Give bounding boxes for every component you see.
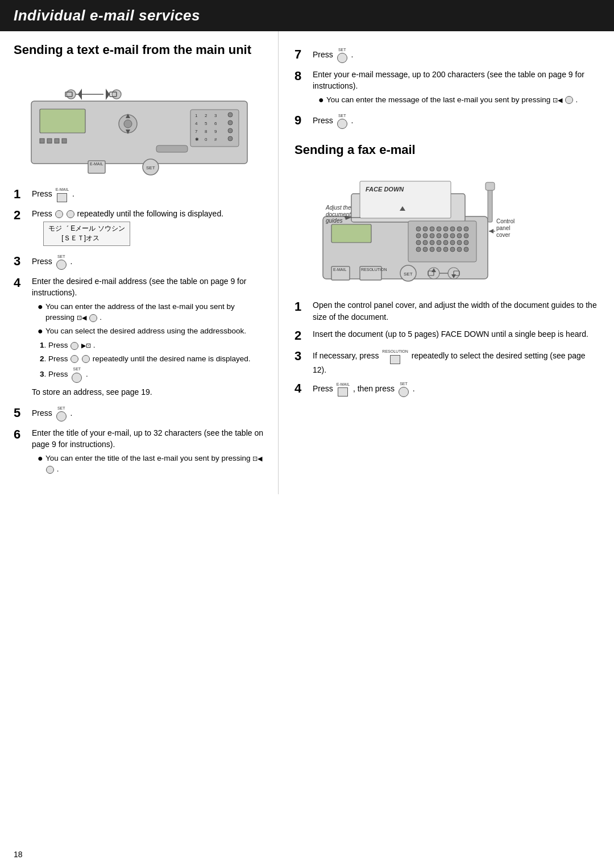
step-5: 5 Press SET .	[14, 406, 264, 422]
step-4-substeps: 1. Press ▶⊡ . 2. Press repeatedly until …	[40, 340, 264, 382]
svg-point-75	[437, 240, 441, 245]
svg-text:SET: SET	[146, 165, 155, 170]
page-header: Individual e-mail services	[0, 0, 614, 31]
step-6-content: Enter the title of your e-mail, up to 32…	[32, 427, 264, 477]
svg-point-33	[67, 90, 76, 99]
email-button-icon: E-MAIL	[56, 187, 69, 202]
bullet-4-1: ● You can enter the address of the last …	[38, 301, 264, 323]
fax-set-button	[399, 387, 409, 397]
step-4-number: 4	[14, 276, 30, 290]
svg-point-59	[437, 227, 441, 231]
step-7-content: Press SET .	[313, 47, 600, 63]
svg-text:Adjust the: Adjust the	[325, 205, 351, 211]
substep-4-2: 2. Press repeatedly until the desired na…	[40, 353, 264, 365]
svg-point-77	[450, 240, 455, 245]
svg-point-65	[423, 233, 428, 238]
svg-marker-34	[106, 89, 110, 100]
fax-email-button-icon: E-MAIL	[337, 382, 350, 397]
fax-step-1: 1 Open the control panel cover, and adju…	[294, 299, 600, 323]
substep-set-btn	[72, 373, 82, 383]
svg-text:RESOLUTION: RESOLUTION	[361, 268, 387, 272]
svg-point-72	[416, 240, 421, 245]
substep-arrow-icon-1: ▶⊡	[81, 342, 91, 349]
step-1: 1 Press E-MAIL .	[14, 187, 264, 202]
fax-set-button-icon: SET	[398, 381, 409, 397]
svg-point-22	[228, 136, 233, 141]
svg-rect-4	[55, 139, 59, 143]
address-note: To store an address, see page 19.	[32, 386, 264, 398]
bullet-6-1: ● You can enter the title of the last e-…	[38, 453, 264, 475]
right-column: 7 Press SET . 8 Enter your e-mail messag…	[279, 31, 614, 494]
title-circle-btn	[46, 466, 54, 474]
step-8: 8 Enter your e-mail message, up to 200 c…	[294, 69, 600, 107]
substep-circle-btn-2b	[82, 355, 90, 363]
svg-point-66	[430, 233, 434, 238]
header-title: Individual e-mail services	[14, 7, 200, 24]
resolution-button	[390, 355, 400, 364]
fax-step-4: 4 Press E-MAIL , then press SET .	[294, 381, 600, 397]
resolution-button-icon: RESOLUTION	[382, 349, 408, 364]
page: Individual e-mail services Sending a tex…	[0, 0, 614, 868]
svg-text:panel: panel	[496, 225, 510, 231]
step-6-number: 6	[14, 427, 30, 442]
addr-circle-btn	[89, 314, 97, 322]
main-unit-diagram: 1 2 3 4 5 6 7 8 9 ✱ 0 #	[20, 67, 259, 178]
svg-text:5: 5	[205, 121, 208, 126]
svg-rect-2	[40, 139, 44, 143]
svg-text:2: 2	[205, 113, 208, 118]
svg-text:9: 9	[214, 129, 217, 134]
svg-point-81	[423, 247, 428, 252]
svg-rect-89	[486, 182, 495, 190]
svg-text:E-MAIL: E-MAIL	[333, 268, 346, 272]
svg-point-80	[416, 247, 421, 252]
step-5-number: 5	[14, 406, 30, 420]
step-8-text: Enter your e-mail message, up to 200 cha…	[313, 69, 600, 92]
step-2-number: 2	[14, 208, 30, 223]
fax-machine-diagram: FACE DOWN Adjust the document guides Con…	[294, 165, 596, 290]
fax-step-4-content: Press E-MAIL , then press SET .	[313, 381, 600, 397]
substep-circle-btn-2a	[70, 355, 78, 363]
substep-4-3: 3. Press SET .	[40, 366, 264, 382]
step-9: 9 Press SET .	[294, 113, 600, 129]
left-column: Sending a text e-mail from the main unit	[0, 31, 279, 494]
svg-point-84	[443, 247, 448, 252]
step-1-content: Press E-MAIL .	[32, 187, 264, 202]
fax-step-3: 3 If necessary, press RESOLUTION repeate…	[294, 349, 600, 375]
svg-point-76	[443, 240, 448, 245]
svg-text:#: #	[214, 137, 217, 142]
svg-point-62	[457, 227, 462, 231]
svg-text:0: 0	[205, 137, 208, 142]
step-8-bullets: ● You can enter the message of the last …	[318, 94, 600, 106]
svg-point-58	[430, 227, 434, 231]
svg-point-63	[464, 227, 468, 231]
svg-point-82	[430, 247, 434, 252]
svg-text:✱: ✱	[195, 137, 199, 142]
svg-point-68	[443, 233, 448, 238]
svg-point-67	[437, 233, 441, 238]
svg-point-73	[423, 240, 428, 245]
svg-rect-5	[62, 139, 67, 143]
svg-point-64	[416, 233, 421, 238]
fax-step-4-number: 4	[294, 381, 310, 396]
svg-text:8: 8	[205, 129, 208, 134]
step-3-content: Press SET .	[32, 254, 264, 270]
set-button-9-icon: SET	[337, 113, 348, 129]
svg-point-83	[437, 247, 441, 252]
fax-step-3-content: If necessary, press RESOLUTION repeatedl…	[313, 349, 600, 375]
left-section-title: Sending a text e-mail from the main unit	[14, 43, 264, 57]
svg-text:3: 3	[214, 113, 217, 118]
svg-point-85	[450, 247, 455, 252]
set-button-9	[337, 119, 347, 129]
step-7: 7 Press SET .	[294, 47, 600, 63]
step-9-number: 9	[294, 113, 310, 128]
svg-point-18	[228, 128, 233, 133]
msg-circle-btn	[565, 96, 573, 104]
svg-text:cover: cover	[496, 232, 511, 238]
step-4-bullets: ● You can enter the address of the last …	[38, 301, 264, 337]
svg-point-86	[457, 247, 462, 252]
svg-text:6: 6	[214, 121, 217, 126]
svg-point-79	[464, 240, 468, 245]
step-6-bullets: ● You can enter the title of the last e-…	[38, 453, 264, 475]
step-8-number: 8	[294, 69, 310, 84]
svg-point-14	[228, 120, 233, 125]
